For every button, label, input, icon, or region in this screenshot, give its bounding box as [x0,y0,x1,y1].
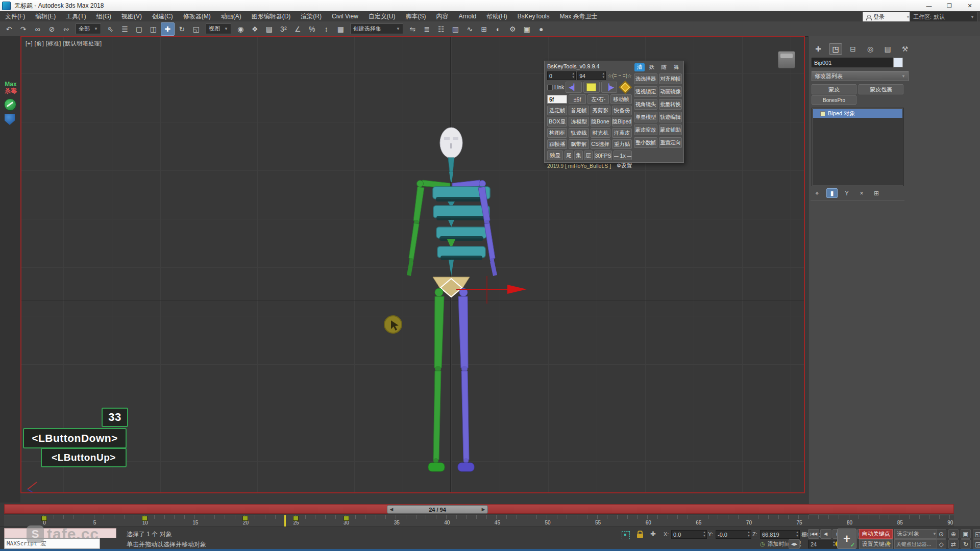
link-checkbox[interactable] [547,85,553,90]
rectangular-selection-icon[interactable]: ▢ [132,22,146,36]
minimize-button[interactable]: — [919,0,939,11]
named-selection-sets-icon[interactable]: ▦ [334,22,348,36]
selection-lock-icon[interactable] [637,534,643,538]
bskeytools-tool-button[interactable]: 轨迹编辑 [659,112,682,122]
hierarchy-tab-icon[interactable]: ⊟ [846,43,860,55]
viewport-label[interactable]: [+] [前] [标准] [默认明暗处理] [26,40,102,47]
bskeytools-tab[interactable]: 清 [634,63,645,71]
bskeytools-tool-button[interactable]: 批量转换 [659,99,682,110]
z-coordinate-field[interactable]: 66.819▲▼ [760,530,800,539]
antivirus-shield-icon[interactable] [4,98,16,111]
keyframe-marker[interactable] [293,516,299,521]
bskeytools-grid-button[interactable]: 洋葱皮 [612,128,632,138]
modify-tab-icon[interactable]: ◳ [829,43,842,55]
pan-icon[interactable]: ⇄ [948,539,959,549]
menu-item[interactable]: Max 杀毒卫士 [555,11,603,21]
undo-icon[interactable]: ↶ [2,22,16,36]
mini-button[interactable]: 层 [584,151,593,160]
x-coordinate-field[interactable]: 0.0▲▼ [671,530,707,539]
previous-frame-icon[interactable]: ◀| [820,529,831,539]
bonespro-button[interactable]: BonesPro [812,95,856,105]
key-filters-button[interactable]: 关键点过滤器... [894,539,938,549]
select-and-manipulate-icon[interactable]: ❖ [248,22,262,36]
bskeytools-grid-button[interactable]: 踩帧播 [547,139,567,149]
select-by-name-icon[interactable]: ☰ [118,22,132,36]
zoom-extents-icon[interactable]: ▣ [961,529,971,539]
current-frame-field[interactable]: 24▲▼ [808,540,837,548]
frame-start-spinner[interactable]: 0▲▼ [547,71,576,80]
render-icon[interactable]: ● [534,22,548,36]
menu-item[interactable]: BsKeyTools [512,11,555,21]
reference-coordinate-dropdown[interactable]: 视图▼ [206,23,231,34]
select-object-icon[interactable]: ⇖ [104,22,117,36]
spinner-snap-icon[interactable]: ↕ [320,22,333,36]
menu-item[interactable]: Arnold [453,11,481,21]
bskeytools-tab[interactable]: 随 [659,63,669,71]
frame-end-spinner[interactable]: 94▲▼ [577,71,606,80]
object-name-field[interactable]: Bip001 [812,58,894,67]
window-crossing-icon[interactable]: ◫ [146,22,160,36]
prev-key-button[interactable]: ◀▏ [566,82,582,93]
viewport[interactable]: [+] [前] [标准] [默认明暗处理] [20,36,805,493]
bskeytools-tool-button[interactable]: 单显模型 [634,112,657,122]
move-frame-button[interactable]: 移动帧 [610,94,632,104]
mini-button[interactable]: 尾 [565,151,573,160]
keyboard-override-icon[interactable]: ▤ [262,22,276,36]
bskeytools-tool-button[interactable]: 重置定向 [659,137,682,148]
bskeytools-grid-button[interactable]: 时光机 [591,128,610,138]
auto-key-button[interactable]: 自动关键点 [859,529,893,539]
selection-set-dropdown[interactable]: 选定对象 ▼ [894,529,939,539]
redo-icon[interactable]: ↷ [16,22,30,36]
menu-item[interactable]: 图形编辑器(D) [247,11,296,21]
slider-next-arrow[interactable]: ▶ [482,507,485,512]
modifier-list-dropdown[interactable]: 修改器列表 ▼ [812,71,909,81]
menu-item[interactable]: 视图(V) [116,11,147,21]
menu-item[interactable]: 工具(T) [61,11,91,21]
menu-item[interactable]: 帮助(H) [481,11,512,21]
ribbon-icon[interactable]: ▥ [449,22,462,36]
settings-button[interactable]: ⚙设置 [617,162,632,169]
bskeytools-tool-button[interactable]: 透视锁定 [634,86,657,97]
mirror-icon[interactable]: ⇋ [406,22,420,36]
material-editor-icon[interactable]: ◐ [492,22,505,36]
create-tab-icon[interactable]: ✚ [812,43,825,55]
menu-item[interactable]: 组(G) [91,11,116,21]
schematic-view-icon[interactable]: ⊞ [477,22,491,36]
mini-button[interactable]: 集 [574,151,583,160]
go-to-start-icon[interactable]: |◀◀ [808,529,819,539]
menu-item[interactable]: 脚本(S) [400,11,431,21]
utilities-tab-icon[interactable]: ⚒ [898,43,912,55]
maximize-viewport-icon[interactable]: ◲ [973,539,980,549]
keyframe-marker[interactable] [344,516,349,521]
selection-region-icon[interactable] [622,531,630,539]
frame-step-buttons[interactable]: ◀▶ [789,539,800,549]
fps-button[interactable]: 30FPS [594,151,612,160]
bskeytools-grid-button[interactable]: 首尾帧 [569,106,589,115]
make-unique-icon[interactable]: Y [841,188,852,198]
layer-manager-icon[interactable]: ☷ [434,22,448,36]
keyframe-marker[interactable] [242,516,248,521]
viewcube[interactable] [778,51,795,68]
render-setup-icon[interactable]: ⚙ [506,22,520,36]
menu-item[interactable]: 创建(C) [147,11,178,21]
workspace-selector[interactable]: 工作区: 默认 ▼ [910,12,978,22]
bskeytools-grid-button[interactable]: 轨迹线 [569,128,589,138]
solo-button[interactable]: 独显 [547,151,563,160]
plus-minus-step-button[interactable]: ±5f [569,94,586,104]
bskeytools-grid-button[interactable]: 秀剪影 [591,106,610,115]
motion-tab-icon[interactable]: ◎ [864,43,877,55]
modifier-stack-row[interactable]: Biped 对象 [813,109,902,118]
bskeytools-tool-button[interactable]: 蒙皮缩放 [634,124,657,135]
menu-item[interactable]: 动画(A) [216,11,247,21]
maximize-button[interactable]: ❐ [939,0,960,11]
step-frames-input[interactable]: 5f [547,95,567,104]
menu-item[interactable]: 文件(F) [0,11,30,21]
configure-modifier-sets-icon[interactable]: ⊞ [871,188,882,198]
create-key-plus-button[interactable]: + [837,529,856,549]
bskeytools-grid-button[interactable]: 构图框 [547,128,567,138]
object-color-swatch[interactable] [893,58,903,67]
y-coordinate-field[interactable]: -0.0▲▼ [716,530,751,539]
bskeytools-grid-button[interactable]: 隐Biped [612,117,632,127]
bskeytools-tool-button[interactable]: 整小数帧 [634,137,657,148]
current-frame-marker[interactable] [284,515,286,527]
